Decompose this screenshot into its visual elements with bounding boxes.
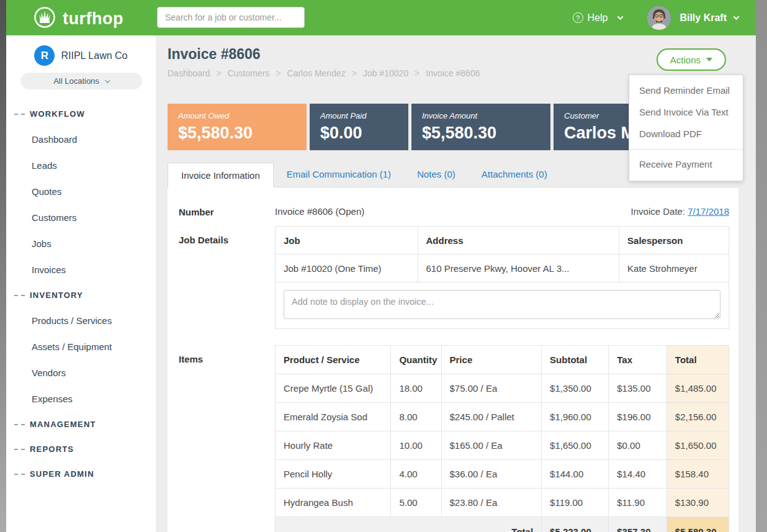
sidebar-item-leads[interactable]: Leads: [6, 153, 156, 179]
tab-notes[interactable]: Notes (0): [404, 162, 469, 187]
invoice-information-panel: Number Invoice #8606 (Open) Invoice Date…: [168, 187, 738, 532]
item-row: Hydrangea Bush 5.00 $23.80 / Ea $119.00 …: [276, 489, 729, 517]
breadcrumb-dashboard[interactable]: Dashboard: [168, 68, 210, 78]
help-menu[interactable]: ? Help: [573, 12, 623, 24]
sidebar-item-expenses[interactable]: Expenses: [6, 386, 156, 412]
number-label: Number: [179, 198, 275, 217]
subtotal-total: $5,223.00: [542, 517, 609, 532]
tab-attachments[interactable]: Attachments (0): [469, 162, 560, 187]
job-table-row: Job #10020 (One Time) 610 Preserve Pkwy,…: [276, 255, 729, 282]
invoice-number-value: Invoice #8606 (Open): [275, 206, 364, 217]
job-col-header: Job: [276, 227, 418, 255]
sidebar-item-vendors[interactable]: Vendors: [6, 360, 156, 386]
window-edge-left: [0, 0, 6, 532]
breadcrumb-customers[interactable]: Customers: [210, 68, 270, 78]
sidebar-item-products-services[interactable]: Products / Services: [6, 308, 156, 334]
job-table-header-row: Job Address Salesperson: [276, 227, 729, 255]
chevron-down-icon: [617, 14, 624, 20]
items-table: Product / Service Quantity Price Subtota…: [275, 345, 729, 532]
menu-divider: [629, 149, 743, 150]
user-name[interactable]: Billy Kraft: [680, 12, 727, 24]
tax-col-header: Tax: [609, 346, 667, 374]
nav-section-super-admin[interactable]: SUPER ADMIN: [6, 462, 156, 487]
stat-amount-paid: Amount Paid $0.00: [310, 104, 408, 150]
dash-icon: [14, 424, 25, 425]
menu-item-receive-payment[interactable]: Receive Payment: [629, 153, 743, 175]
total-label: Total: [276, 517, 542, 532]
item-row: Crepe Myrtle (15 Gal) 18.00 $75.00 / Ea …: [276, 374, 729, 403]
breadcrumb-customer-name[interactable]: Carlos Mendez: [269, 68, 345, 78]
subtotal-col-header: Subtotal: [542, 346, 609, 374]
sidebar-item-jobs[interactable]: Jobs: [6, 231, 156, 257]
items-header-row: Product / Service Quantity Price Subtota…: [276, 346, 729, 374]
menu-item-send-invoice-via-text[interactable]: Send Invoice Via Text: [629, 101, 743, 123]
chevron-down-icon: [105, 78, 110, 83]
dash-icon: [14, 474, 25, 475]
tab-email-communication[interactable]: Email Communication (1): [274, 162, 404, 187]
item-row: Pencil Holly 4.00 $36.00 / Ea $144.00 $1…: [276, 460, 729, 489]
breadcrumb-job[interactable]: Job #10020: [346, 68, 408, 78]
sidebar-item-invoices[interactable]: Invoices: [6, 257, 156, 283]
search-input[interactable]: [157, 7, 305, 28]
stat-invoice-amount: Invoice Amount $5,580.30: [411, 104, 550, 150]
actions-dropdown-menu: Send Reminder Email Send Invoice Via Tex…: [629, 74, 743, 181]
tax-total: $357.30: [609, 517, 667, 532]
location-selector-label: All Locations: [53, 76, 99, 86]
product-service-col-header: Product / Service: [276, 346, 391, 374]
top-header-bar: turfhop ? Help: [6, 0, 756, 35]
screen: turfhop ? Help: [0, 0, 767, 532]
logo-text: turfhop: [63, 9, 123, 29]
job-details-table: Job Address Salesperson Job #10020 (One …: [275, 226, 729, 329]
dash-icon: [14, 449, 25, 450]
total-col-header: Total: [666, 346, 729, 374]
item-row: Emerald Zoysia Sod 8.00 $245.00 / Pallet…: [276, 403, 729, 431]
sidebar-item-dashboard[interactable]: Dashboard: [6, 127, 156, 153]
nav-section-reports[interactable]: REPORTS: [6, 437, 156, 462]
sidebar: R RIIPL Lawn Co All Locations WORKFLOW D…: [6, 35, 156, 532]
grand-total: $5,580.30: [666, 517, 729, 532]
sidebar-item-quotes[interactable]: Quotes: [6, 179, 156, 205]
nav-section-inventory: INVENTORY: [6, 283, 156, 308]
invoice-number-row: Number Invoice #8606 (Open) Invoice Date…: [179, 198, 729, 217]
menu-item-download-pdf[interactable]: Download PDF: [629, 123, 743, 145]
invoice-note-row: [276, 282, 729, 329]
address-cell: 610 Preserve Pkwy, Hoover AL 3...: [418, 255, 619, 282]
address-col-header: Address: [418, 227, 619, 255]
item-row: Hourly Rate 10.00 $165.00 / Ea $1,650.00…: [276, 431, 729, 460]
turfhop-logo[interactable]: turfhop: [33, 6, 123, 32]
app-window: turfhop ? Help: [6, 0, 756, 532]
menu-item-send-reminder-email[interactable]: Send Reminder Email: [629, 79, 743, 101]
grass-logo-icon: [33, 6, 56, 32]
company-logo-icon: R: [34, 45, 55, 66]
company-header: R RIIPL Lawn Co: [6, 45, 156, 66]
items-row: Items Product / Service: [179, 345, 729, 532]
invoice-note-input[interactable]: [284, 290, 720, 319]
company-name: RIIPL Lawn Co: [61, 50, 127, 61]
invoice-date-link[interactable]: 7/17/2018: [688, 206, 729, 217]
salesperson-cell: Kate Strohmeyer: [619, 255, 729, 282]
job-details-label: Job Details: [179, 226, 275, 329]
sidebar-nav: WORKFLOW Dashboard Leads Quotes Customer…: [6, 102, 156, 487]
header-right-cluster: ? Help Billy Kraft: [573, 0, 738, 35]
nav-section-workflow: WORKFLOW: [6, 102, 156, 127]
salesperson-col-header: Salesperson: [619, 227, 729, 255]
help-label: Help: [588, 12, 608, 24]
stat-amount-owed: Amount Owed $5,580.30: [168, 104, 307, 150]
actions-button[interactable]: Actions: [657, 48, 726, 71]
quantity-col-header: Quantity: [391, 346, 441, 374]
actions-button-label: Actions: [670, 55, 701, 65]
sidebar-item-assets-equipment[interactable]: Assets / Equipment: [6, 334, 156, 360]
sidebar-item-customers[interactable]: Customers: [6, 205, 156, 231]
user-avatar[interactable]: [647, 6, 671, 30]
dash-icon: [14, 114, 25, 115]
dash-icon: [14, 295, 25, 296]
job-cell: Job #10020 (One Time): [276, 255, 418, 282]
chevron-down-icon[interactable]: [733, 14, 740, 20]
help-icon: ?: [573, 12, 583, 23]
location-selector[interactable]: All Locations: [20, 73, 142, 89]
breadcrumb-current: Invoice #8606: [408, 68, 480, 78]
items-total-row: Total $5,223.00 $357.30 $5,580.30: [276, 517, 729, 532]
nav-section-management[interactable]: MANAGEMENT: [6, 412, 156, 437]
tab-invoice-information[interactable]: Invoice Information: [168, 163, 274, 187]
page-title: Invoice #8606: [168, 46, 738, 63]
